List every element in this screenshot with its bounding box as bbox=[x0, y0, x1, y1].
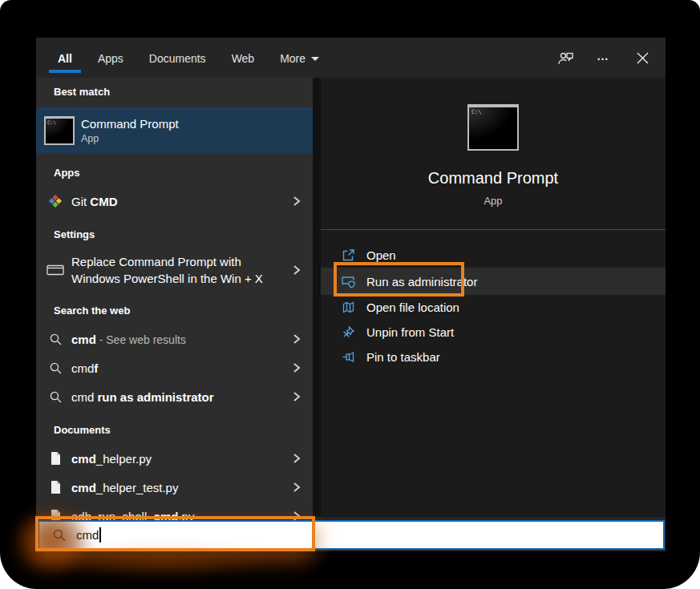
search-icon bbox=[46, 333, 65, 346]
close-icon[interactable] bbox=[633, 49, 651, 67]
action-open[interactable]: Open bbox=[321, 243, 666, 268]
unpin-icon bbox=[341, 325, 356, 339]
action-pin-to-taskbar[interactable]: Pin to taskbar bbox=[321, 345, 666, 369]
file-location-icon bbox=[341, 301, 356, 314]
command-prompt-large-icon: C:\ bbox=[467, 104, 519, 151]
result-web-cmd[interactable]: cmd - See web results bbox=[36, 325, 313, 353]
best-match-result-command-prompt[interactable]: C:\ Command Prompt App bbox=[36, 107, 313, 154]
result-label: cmdf bbox=[71, 361, 284, 375]
result-web-cmd-run-as-administrator[interactable]: cmd run as administrator bbox=[36, 382, 313, 411]
chevron-right-icon[interactable] bbox=[290, 264, 301, 276]
tab-more[interactable]: More bbox=[278, 40, 321, 75]
topbar-actions: … bbox=[556, 49, 651, 67]
result-label: Replace Command Prompt with Windows Powe… bbox=[71, 253, 284, 287]
app-detail-panel: C:\ Command Prompt App Open bbox=[321, 78, 666, 517]
best-match-title: Command Prompt bbox=[81, 117, 179, 131]
document-icon bbox=[46, 480, 65, 494]
result-label: cmd_helper_test.py bbox=[71, 481, 284, 494]
search-icon bbox=[46, 361, 65, 375]
search-the-web-header: Search the web bbox=[54, 305, 313, 317]
settings-header: Settings bbox=[54, 228, 313, 240]
documents-header: Documents bbox=[54, 424, 313, 436]
action-label: Run as administrator bbox=[366, 275, 477, 288]
chevron-down-icon bbox=[311, 57, 319, 61]
desktop-setting-icon bbox=[46, 264, 65, 276]
tab-more-label: More bbox=[280, 52, 305, 65]
tab-apps[interactable]: Apps bbox=[96, 40, 125, 75]
app-actions: Open Run as administrator bbox=[321, 243, 666, 369]
windows-search-flyout: All Apps Documents Web More bbox=[36, 38, 666, 551]
annotation-glow bbox=[44, 547, 341, 579]
text-cursor bbox=[99, 527, 101, 543]
search-filter-bar: All Apps Documents Web More bbox=[36, 38, 666, 78]
result-replace-command-prompt-setting[interactable]: Replace Command Prompt with Windows Powe… bbox=[36, 248, 313, 292]
result-label: Git CMD bbox=[71, 195, 284, 208]
apps-header: Apps bbox=[54, 167, 313, 179]
screen-background: All Apps Documents Web More bbox=[0, 0, 700, 589]
chevron-right-icon[interactable] bbox=[290, 196, 301, 207]
app-detail-header: C:\ Command Prompt App bbox=[321, 78, 666, 230]
result-document-cmd-helper[interactable]: cmd_helper.py bbox=[36, 444, 313, 473]
search-results-area: Best match C:\ Command Prompt App Apps bbox=[36, 78, 666, 517]
tab-all[interactable]: All bbox=[56, 40, 74, 75]
app-title: Command Prompt bbox=[428, 169, 558, 188]
action-label: Unpin from Start bbox=[366, 325, 454, 339]
chevron-right-icon[interactable] bbox=[290, 453, 301, 464]
tab-documents[interactable]: Documents bbox=[148, 40, 208, 75]
results-list: Best match C:\ Command Prompt App Apps bbox=[36, 78, 313, 517]
search-input-value: cmd bbox=[76, 527, 101, 543]
command-prompt-icon: C:\ bbox=[44, 116, 75, 145]
result-web-cmdf[interactable]: cmdf bbox=[36, 353, 313, 382]
chevron-right-icon[interactable] bbox=[290, 333, 301, 345]
pin-icon bbox=[341, 350, 356, 364]
divider bbox=[321, 229, 666, 230]
best-match-subtitle: App bbox=[81, 133, 179, 144]
filter-tabs: All Apps Documents Web More bbox=[56, 40, 321, 75]
action-label: Pin to taskbar bbox=[366, 350, 440, 364]
action-unpin-from-start[interactable]: Unpin from Start bbox=[321, 320, 666, 345]
tab-web[interactable]: Web bbox=[230, 40, 257, 75]
chevron-right-icon[interactable] bbox=[290, 362, 301, 373]
more-options-icon[interactable]: … bbox=[595, 49, 613, 67]
result-git-cmd[interactable]: Git CMD bbox=[36, 187, 313, 216]
search-icon bbox=[52, 528, 67, 543]
column-divider bbox=[313, 78, 321, 517]
run-as-admin-shield-icon bbox=[341, 275, 356, 288]
best-match-header: Best match bbox=[54, 86, 313, 98]
chevron-right-icon[interactable] bbox=[290, 391, 301, 402]
result-label: cmd - See web results bbox=[71, 333, 284, 346]
chevron-right-icon[interactable] bbox=[290, 482, 301, 493]
result-document-cmd-helper-test[interactable]: cmd_helper_test.py bbox=[36, 473, 313, 502]
action-label: Open bbox=[366, 248, 396, 262]
app-subtitle: App bbox=[484, 195, 502, 207]
action-label: Open file location bbox=[366, 301, 459, 314]
result-label: cmd run as administrator bbox=[71, 390, 284, 404]
action-open-file-location[interactable]: Open file location bbox=[321, 295, 666, 320]
result-label: cmd_helper.py bbox=[71, 452, 284, 466]
feedback-icon[interactable] bbox=[556, 49, 574, 67]
search-input[interactable]: cmd bbox=[38, 520, 665, 550]
git-icon bbox=[46, 193, 65, 209]
open-launch-icon bbox=[341, 248, 356, 262]
document-icon bbox=[46, 451, 65, 466]
action-run-as-administrator[interactable]: Run as administrator bbox=[321, 268, 666, 295]
search-icon bbox=[46, 390, 65, 404]
best-match-text: Command Prompt App bbox=[81, 117, 179, 144]
